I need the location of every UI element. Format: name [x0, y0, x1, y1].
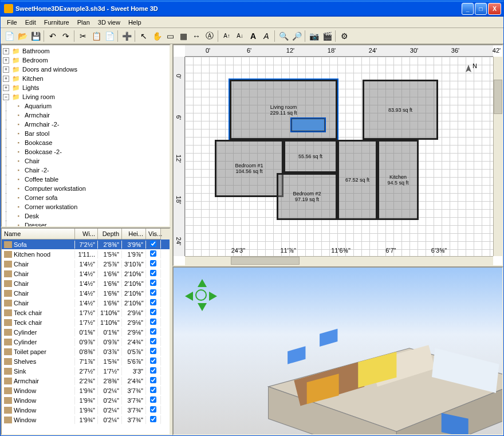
table-row[interactable]: Sink 2'7½" 1'7½" 3'3" — [2, 366, 170, 376]
visible-checkbox[interactable] — [150, 289, 156, 296]
new-button[interactable]: 📄 — [3, 30, 15, 42]
table-row[interactable]: Cylinder 0'9⅞" 0'9⅞" 2'4¾" — [2, 337, 170, 347]
room-tool[interactable]: ▦ — [177, 30, 190, 42]
visible-checkbox[interactable] — [150, 309, 156, 315]
tree-item[interactable]: ▪Aquarium — [6, 101, 168, 111]
visible-checkbox[interactable] — [150, 280, 156, 286]
table-row[interactable]: Chair 1'4½" 1'6⅝" 2'10⅝" — [2, 298, 170, 308]
view-3d-panel[interactable] — [172, 266, 503, 435]
tree-toggle-icon[interactable]: − — [3, 94, 9, 100]
table-row[interactable]: Chair 1'4½" 1'6⅝" 2'10⅝" — [2, 269, 170, 278]
table-row[interactable]: Teck chair 1'7½" 1'10⅝" 2'9⅛" — [2, 308, 170, 317]
minimize-button[interactable]: _ — [462, 3, 474, 15]
tree-category[interactable]: +📁Doors and windows — [3, 65, 168, 74]
nav-left-arrow[interactable] — [185, 292, 193, 301]
plan-scrollbar-v[interactable] — [493, 57, 502, 256]
nav-compass[interactable] — [185, 279, 217, 311]
maximize-button[interactable]: □ — [475, 3, 487, 15]
text-tool[interactable]: Ⓐ — [203, 30, 216, 42]
tree-item[interactable]: ▪Bookcase -2- — [6, 147, 168, 156]
tree-toggle-icon[interactable]: + — [3, 57, 9, 64]
tree-item[interactable]: ▪Corner sofa — [6, 193, 168, 202]
plan-2d-panel[interactable]: 0'6'12'18'24'30'36'42' 0'6'12'18'24' N L… — [172, 44, 503, 266]
visible-checkbox[interactable] — [150, 406, 156, 413]
tree-toggle-icon[interactable]: + — [3, 48, 9, 54]
furniture-catalog-tree[interactable]: +📁Bathroom+📁Bedroom+📁Doors and windows+📁… — [1, 44, 171, 227]
tree-category[interactable]: +📁Bedroom — [3, 56, 168, 65]
menu-help[interactable]: Help — [124, 18, 145, 27]
visible-checkbox[interactable] — [150, 348, 156, 354]
tree-item[interactable]: ▪Bookcase — [6, 138, 168, 147]
bold-button[interactable]: A — [247, 30, 259, 42]
table-row[interactable]: Window 1'9¾" 0'2¼" 3'7¾" — [2, 386, 170, 395]
close-button[interactable]: X — [488, 3, 501, 15]
room[interactable]: 67.52 sq ft — [337, 140, 377, 220]
tree-item[interactable]: ▪Desk — [6, 211, 168, 221]
room[interactable]: Bedroom #297.19 sq ft — [277, 173, 337, 220]
visible-checkbox[interactable] — [150, 270, 156, 276]
tree-item[interactable]: ▪Armchair — [6, 111, 168, 120]
nav-center[interactable] — [195, 289, 207, 301]
nav-up-arrow[interactable] — [198, 279, 207, 287]
tree-category[interactable]: +📁Bathroom — [3, 46, 168, 56]
table-row[interactable]: Window 1'9¾" 0'2¼" 3'7¾" — [2, 395, 170, 405]
text-size-down[interactable]: A↓ — [234, 30, 246, 42]
col-depth[interactable]: Depth — [98, 229, 122, 239]
visible-checkbox[interactable] — [150, 260, 156, 266]
zoom-in-button[interactable]: 🔍 — [277, 30, 290, 42]
select-tool[interactable]: ↖ — [137, 30, 150, 42]
video-button[interactable]: 🎬 — [321, 30, 333, 42]
table-row[interactable]: Cylinder 0'1⅝" 0'1⅝" 2'9⅛" — [2, 327, 170, 337]
text-size-up[interactable]: A↑ — [220, 30, 233, 42]
table-row[interactable]: Window 1'9¾" 0'2¼" 3'7¾" — [2, 415, 170, 425]
menu-file[interactable]: File — [3, 18, 21, 27]
visible-checkbox[interactable] — [150, 299, 156, 305]
tree-toggle-icon[interactable]: + — [3, 85, 9, 91]
visible-checkbox[interactable] — [150, 377, 156, 383]
table-row[interactable]: Armchair 2'2¾" 2'8⅜" 2'4¾" — [2, 376, 170, 386]
nav-right-arrow[interactable] — [209, 292, 217, 301]
menu-plan[interactable]: Plan — [73, 18, 94, 27]
plan-canvas[interactable]: N Living room229.11 sq ft83.93 sq ftBedr… — [185, 57, 493, 256]
table-row[interactable]: Shelves 7'1⅞" 1'5¾" 5'6⅞" — [2, 356, 170, 366]
menu-furniture[interactable]: Furniture — [40, 18, 73, 27]
room[interactable]: 83.93 sq ft — [363, 80, 438, 140]
undo-button[interactable]: ↶ — [46, 30, 59, 42]
room[interactable]: Kitchen94.5 sq ft — [377, 140, 419, 220]
table-row[interactable]: Chair 1'4½" 1'6⅝" 2'10⅝" — [2, 288, 170, 298]
open-button[interactable]: 📂 — [16, 30, 29, 42]
table-row[interactable]: Teck chair 1'7½" 1'10⅝" 2'9⅛" — [2, 317, 170, 327]
redo-button[interactable]: ↷ — [60, 30, 72, 42]
tree-category[interactable]: −📁Living room — [3, 92, 168, 101]
visible-checkbox[interactable] — [150, 319, 156, 325]
tree-item[interactable]: ▪Computer workstation — [6, 184, 168, 193]
col-height[interactable]: Hei... — [122, 229, 146, 239]
tree-item[interactable]: ▪Coffee table — [6, 175, 168, 184]
menu-edit[interactable]: Edit — [21, 18, 40, 27]
menu-3dview[interactable]: 3D view — [94, 18, 124, 27]
visible-checkbox[interactable] — [150, 396, 156, 403]
tree-toggle-icon[interactable]: + — [3, 76, 9, 82]
add-furniture-button[interactable]: ➕ — [120, 30, 133, 42]
preferences-button[interactable]: ⚙ — [338, 30, 351, 42]
cut-button[interactable]: ✂ — [77, 30, 89, 42]
tree-item[interactable]: ▪Chair -2- — [6, 166, 168, 175]
col-visible[interactable]: Vis... — [146, 229, 161, 239]
col-name[interactable]: Name — [2, 229, 75, 239]
furniture-list-table[interactable]: Name Wi... Depth Hei... Vis... Sofa 7'2½… — [1, 227, 171, 435]
tree-item[interactable]: ▪Corner workstation — [6, 202, 168, 211]
table-row[interactable]: Sofa 7'2½" 2'8⅜" 3'9⅝" — [2, 239, 170, 249]
compass-icon[interactable]: N — [460, 64, 477, 81]
visible-checkbox[interactable] — [150, 358, 156, 364]
table-row[interactable]: Chair 1'4½" 1'6⅝" 2'10⅝" — [2, 278, 170, 288]
visible-checkbox[interactable] — [150, 338, 156, 344]
tree-item[interactable]: ▪Bar stool — [6, 129, 168, 138]
visible-checkbox[interactable] — [150, 328, 156, 335]
paste-button[interactable]: 📄 — [103, 30, 116, 42]
tree-category[interactable]: +📁Kitchen — [3, 74, 168, 83]
plan-scrollbar-h[interactable] — [185, 256, 493, 265]
visible-checkbox[interactable] — [150, 241, 156, 247]
save-button[interactable]: 💾 — [29, 30, 42, 42]
tree-toggle-icon[interactable]: + — [3, 66, 9, 73]
photo-button[interactable]: 📷 — [308, 30, 320, 42]
